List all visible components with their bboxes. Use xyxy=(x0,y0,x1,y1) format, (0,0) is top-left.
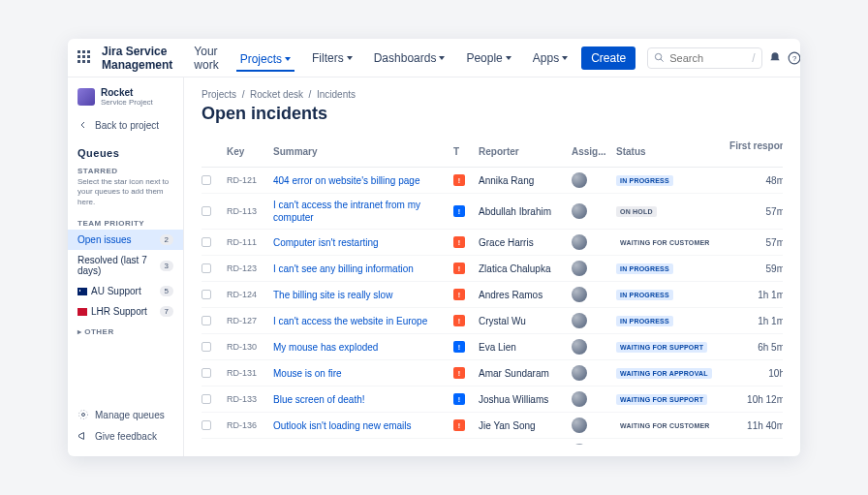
table-row: RD-113I can't access the intranet from m… xyxy=(202,194,783,230)
give-feedback[interactable]: Give feedback xyxy=(68,425,183,447)
issue-type-icon: ! xyxy=(453,236,465,248)
issues-table: Key Summary T Reporter Assig... Status F… xyxy=(202,136,783,445)
table-row: RD-140Laptop screen has stopped working!… xyxy=(202,439,783,445)
issue-type-icon: ! xyxy=(453,393,465,405)
svg-point-5 xyxy=(82,414,85,417)
app-switcher-icon[interactable] xyxy=(78,50,90,66)
row-checkbox[interactable] xyxy=(202,290,211,299)
col-key[interactable]: Key xyxy=(227,146,267,157)
queue-item[interactable]: Resolved (last 7 days)3 xyxy=(68,250,183,281)
status-badge: WAITING FOR APPROVAL xyxy=(616,368,712,379)
row-checkbox[interactable] xyxy=(202,342,211,352)
col-first-response[interactable]: First response ↑ xyxy=(728,140,783,162)
notifications-icon[interactable] xyxy=(768,50,782,66)
assignee-avatar[interactable] xyxy=(572,391,587,407)
assignee-avatar[interactable] xyxy=(572,418,587,433)
issue-summary[interactable]: Computer isn't restarting xyxy=(273,237,448,248)
row-checkbox[interactable] xyxy=(202,420,211,430)
project-type: Service Project xyxy=(101,98,153,107)
assignee-avatar[interactable] xyxy=(572,234,587,250)
queue-item[interactable]: LHR Support7 xyxy=(68,301,183,322)
crumb-rocket-desk[interactable]: Rocket desk xyxy=(250,89,303,100)
nav-people[interactable]: People xyxy=(462,46,514,71)
row-checkbox[interactable] xyxy=(202,368,211,378)
reporter-name: Crystal Wu xyxy=(479,316,566,326)
assignee-avatar[interactable] xyxy=(572,339,587,355)
issue-summary[interactable]: 404 error on website's billing page xyxy=(273,175,448,186)
nav-filters[interactable]: Filters xyxy=(308,46,356,71)
create-button[interactable]: Create xyxy=(581,46,636,70)
assignee-avatar[interactable] xyxy=(572,287,587,302)
search-box[interactable]: / xyxy=(647,47,761,69)
queue-item[interactable]: Open issues2 xyxy=(68,230,183,250)
reporter-name: Abdullah Ibrahim xyxy=(479,206,566,217)
search-input[interactable] xyxy=(669,52,747,64)
col-assignee[interactable]: Assig... xyxy=(572,146,610,157)
issue-key[interactable]: RD-130 xyxy=(227,342,267,352)
assignee-avatar[interactable] xyxy=(572,203,587,219)
issue-key[interactable]: RD-131 xyxy=(227,368,267,378)
nav-apps[interactable]: Apps xyxy=(529,46,572,71)
nav-dashboards[interactable]: Dashboards xyxy=(370,46,450,71)
project-name: Rocket xyxy=(101,87,153,98)
row-checkbox[interactable] xyxy=(202,206,211,216)
help-icon[interactable]: ? xyxy=(788,50,800,66)
search-icon xyxy=(654,52,665,63)
assignee-avatar[interactable] xyxy=(572,172,587,188)
reporter-name: Andres Ramos xyxy=(479,290,566,300)
issue-key[interactable]: RD-127 xyxy=(227,316,267,325)
col-summary[interactable]: Summary xyxy=(273,146,448,157)
issue-key[interactable]: RD-113 xyxy=(227,206,267,216)
row-checkbox[interactable] xyxy=(202,263,211,273)
issue-summary[interactable]: I can't access the website in Europe xyxy=(273,316,448,326)
issue-summary[interactable]: Outlook isn't loading new emails xyxy=(273,420,448,431)
manage-queues[interactable]: Manage queues xyxy=(68,404,183,425)
issue-key[interactable]: RD-123 xyxy=(227,263,267,273)
flag-uk-icon xyxy=(78,308,87,316)
issue-summary[interactable]: Blue screen of death! xyxy=(273,394,448,405)
assignee-avatar[interactable] xyxy=(572,261,587,276)
page-title: Open incidents xyxy=(202,104,783,124)
project-header[interactable]: Rocket Service Project xyxy=(68,87,183,114)
crumb-incidents[interactable]: Incidents xyxy=(317,89,356,100)
nav-projects[interactable]: Projects xyxy=(236,46,294,72)
nav-your-work[interactable]: Your work xyxy=(190,39,222,77)
assignee-avatar[interactable] xyxy=(572,313,587,328)
issue-key[interactable]: RD-111 xyxy=(227,237,267,247)
row-checkbox[interactable] xyxy=(202,316,211,325)
svg-point-0 xyxy=(656,53,662,59)
main-content: Projects / Rocket desk / Incidents Open … xyxy=(184,77,800,456)
row-checkbox[interactable] xyxy=(202,394,211,404)
row-checkbox[interactable] xyxy=(202,175,211,185)
assignee-avatar[interactable] xyxy=(572,365,587,381)
project-icon xyxy=(78,88,95,106)
issue-summary[interactable]: Mouse is on fire xyxy=(273,368,448,379)
issue-type-icon: ! xyxy=(453,367,465,379)
back-to-project[interactable]: Back to project xyxy=(68,114,183,136)
issue-summary[interactable]: My mouse has exploded xyxy=(273,342,448,353)
issue-summary[interactable]: The billing site is really slow xyxy=(273,290,448,300)
other-header[interactable]: ▸ Other xyxy=(68,322,183,338)
issue-type-icon: ! xyxy=(453,205,465,217)
gear-icon xyxy=(78,409,89,420)
status-badge: IN PROGRESS xyxy=(616,263,673,274)
issue-summary[interactable]: I can't access the intranet from my comp… xyxy=(273,199,448,224)
queue-item[interactable]: AU Support5 xyxy=(68,281,183,301)
sidebar: Rocket Service Project Back to project Q… xyxy=(68,77,184,456)
table-row: RD-124The billing site is really slow!An… xyxy=(202,282,783,308)
issue-key[interactable]: RD-124 xyxy=(227,290,267,299)
issue-key[interactable]: RD-121 xyxy=(227,175,267,185)
issue-key[interactable]: RD-136 xyxy=(227,420,267,430)
table-row: RD-111Computer isn't restarting!Grace Ha… xyxy=(202,230,783,256)
crumb-projects[interactable]: Projects xyxy=(202,89,236,100)
assignee-avatar[interactable] xyxy=(572,444,587,445)
col-type[interactable]: T xyxy=(453,146,473,157)
table-row: RD-130My mouse has exploded!Eva LienWAIT… xyxy=(202,334,783,360)
col-reporter[interactable]: Reporter xyxy=(479,146,566,157)
status-badge: WAITING FOR CUSTOMER xyxy=(616,237,714,248)
row-checkbox[interactable] xyxy=(202,237,211,247)
col-status[interactable]: Status xyxy=(616,146,723,157)
issue-key[interactable]: RD-133 xyxy=(227,394,267,404)
team-priority-header: Team Priority xyxy=(68,213,183,230)
issue-summary[interactable]: I can't see any billing information xyxy=(273,263,448,274)
